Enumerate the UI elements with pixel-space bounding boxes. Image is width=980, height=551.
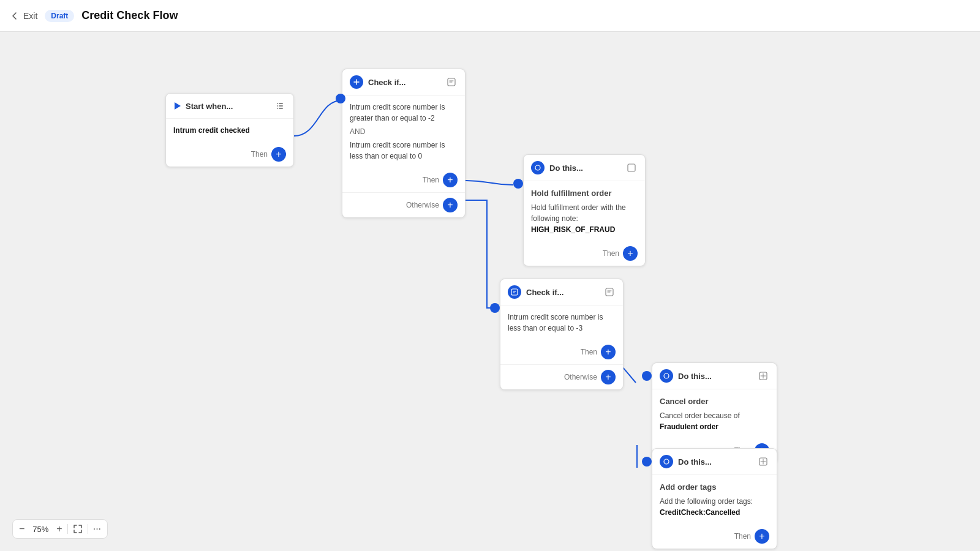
do-this-1-title: Do this... bbox=[549, 163, 620, 173]
do-this-3-action-title: Add order tags bbox=[660, 481, 769, 493]
check-if-2-then-add-button[interactable]: + bbox=[601, 345, 616, 359]
do-this-3-action-value: CreditCheck:Cancelled bbox=[660, 508, 740, 517]
exit-label: Exit bbox=[23, 11, 37, 21]
start-node: Start when... Intrum credit checked Then… bbox=[165, 93, 294, 167]
start-settings-icon[interactable] bbox=[274, 100, 286, 112]
zoom-level: 75% bbox=[29, 525, 51, 534]
do-this-1-icon bbox=[531, 161, 545, 174]
check-if-2-then-footer: Then + bbox=[500, 340, 623, 364]
do-this-3-footer: Then + bbox=[652, 524, 777, 549]
start-then-label: Then bbox=[251, 150, 268, 159]
check-if-2-icon bbox=[508, 285, 521, 299]
check-if-2-body: Intrum credit score number is less than … bbox=[500, 305, 623, 340]
svg-rect-9 bbox=[511, 289, 518, 295]
zoom-in-icon: + bbox=[56, 523, 62, 534]
zoom-out-button[interactable]: − bbox=[19, 523, 24, 534]
check-if-1-otherwise-label: Otherwise bbox=[406, 201, 439, 209]
check-if-2-otherwise-footer: Otherwise + bbox=[500, 364, 623, 389]
dot-check1-check2 bbox=[490, 303, 500, 313]
start-triangle-icon bbox=[173, 102, 181, 110]
do-this-1-body: Hold fulfillment order Hold fulfillment … bbox=[524, 181, 645, 241]
svg-point-11 bbox=[664, 373, 669, 378]
do-this-2-title: Do this... bbox=[678, 372, 752, 381]
check-if-1-otherwise-footer: Otherwise + bbox=[342, 192, 465, 217]
do-this-1-settings-icon[interactable] bbox=[625, 162, 638, 174]
zoom-fit-icon bbox=[73, 524, 83, 534]
do-this-2-icon bbox=[660, 369, 673, 383]
zoom-fit-button[interactable] bbox=[73, 524, 83, 534]
do-this-2-action-desc-prefix: Cancel order because of bbox=[660, 411, 740, 420]
do-this-3-body: Add order tags Add the following order t… bbox=[652, 475, 777, 524]
do-this-1-add-button[interactable]: + bbox=[623, 246, 638, 261]
do-this-1-action-title: Hold fulfillment order bbox=[531, 187, 638, 200]
zoom-out-icon: − bbox=[19, 523, 24, 534]
dot-check2-dothis2 bbox=[642, 371, 652, 381]
do-this-3-node: Do this... Add order tags Add the follow… bbox=[652, 448, 777, 549]
start-condition: Intrum credit checked bbox=[173, 126, 250, 135]
connector-svg bbox=[0, 32, 980, 551]
svg-rect-4 bbox=[279, 105, 283, 107]
check-if-1-then-add-button[interactable]: + bbox=[443, 173, 458, 187]
check-if-1-header: Check if... bbox=[342, 69, 465, 96]
do-this-3-icon bbox=[660, 455, 673, 468]
svg-point-7 bbox=[535, 165, 540, 170]
svg-point-2 bbox=[277, 108, 278, 109]
check-if-1-condition2: Intrum credit score number is less than … bbox=[350, 141, 445, 160]
start-node-footer: Then + bbox=[166, 142, 293, 167]
do-this-1-then-label: Then bbox=[603, 249, 619, 258]
check-if-1-node: Check if... Intrum credit score number i… bbox=[342, 69, 466, 218]
check-if-2-otherwise-label: Otherwise bbox=[564, 373, 597, 381]
svg-rect-3 bbox=[279, 103, 283, 104]
canvas: Start when... Intrum credit checked Then… bbox=[0, 32, 980, 551]
svg-point-0 bbox=[277, 103, 278, 104]
check-if-2-title: Check if... bbox=[526, 288, 598, 297]
check-if-2-node: Check if... Intrum credit score number i… bbox=[500, 279, 624, 390]
check-if-1-then-label: Then bbox=[423, 176, 439, 184]
exit-icon bbox=[10, 11, 20, 21]
do-this-1-action-value: HIGH_RISK_OF_FRAUD bbox=[531, 225, 615, 234]
svg-point-13 bbox=[664, 459, 669, 464]
check-if-1-otherwise-add-button[interactable]: + bbox=[443, 198, 458, 212]
do-this-3-settings-icon[interactable] bbox=[757, 455, 769, 468]
start-node-body: Intrum credit checked bbox=[166, 119, 293, 142]
draft-badge: Draft bbox=[45, 10, 74, 22]
do-this-1-header: Do this... bbox=[524, 155, 645, 181]
check-if-2-condition1: Intrum credit score number is less than … bbox=[508, 313, 603, 332]
exit-button[interactable]: Exit bbox=[10, 11, 37, 21]
header: Exit Draft Credit Check Flow bbox=[0, 0, 980, 32]
zoom-divider bbox=[67, 524, 68, 534]
do-this-2-action-title: Cancel order bbox=[660, 395, 769, 408]
zoom-more-icon: ··· bbox=[93, 523, 101, 534]
do-this-2-body: Cancel order Cancel order because of Fra… bbox=[652, 389, 777, 438]
check-if-1-and: AND bbox=[350, 126, 458, 137]
flow-title: Credit Check Flow bbox=[81, 9, 178, 22]
do-this-1-action-desc: Hold fulfillment order with the followin… bbox=[531, 203, 626, 223]
do-this-2-header: Do this... bbox=[652, 363, 777, 389]
check-if-2-then-label: Then bbox=[581, 348, 597, 356]
do-this-3-action-desc: Add the following order tags: bbox=[660, 497, 753, 506]
start-add-button[interactable]: + bbox=[271, 147, 286, 162]
zoom-divider-2 bbox=[88, 524, 88, 534]
do-this-1-footer: Then + bbox=[524, 241, 645, 266]
svg-point-1 bbox=[277, 105, 278, 107]
zoom-controls: − 75% + ··· bbox=[12, 519, 108, 539]
dot-dothis2-dothis3 bbox=[642, 457, 652, 467]
zoom-in-button[interactable]: + bbox=[56, 523, 62, 534]
do-this-2-action-desc-bold: Fraudulent order bbox=[660, 422, 718, 431]
check-if-1-body: Intrum credit score number is greater th… bbox=[342, 96, 465, 168]
check-if-2-settings-icon[interactable] bbox=[603, 286, 616, 298]
svg-rect-8 bbox=[628, 164, 635, 171]
check-if-1-then-footer: Then + bbox=[342, 168, 465, 192]
svg-rect-5 bbox=[279, 108, 283, 109]
do-this-3-add-button[interactable]: + bbox=[755, 529, 769, 544]
zoom-more-button[interactable]: ··· bbox=[93, 523, 101, 534]
start-node-title: Start when... bbox=[186, 102, 269, 111]
dot-check1-dothis1 bbox=[513, 179, 523, 189]
do-this-2-settings-icon[interactable] bbox=[757, 370, 769, 382]
check-if-2-header: Check if... bbox=[500, 279, 623, 305]
check-if-1-settings-icon[interactable] bbox=[445, 76, 458, 88]
do-this-3-title: Do this... bbox=[678, 457, 752, 467]
check-if-1-icon bbox=[350, 75, 363, 89]
check-if-2-otherwise-add-button[interactable]: + bbox=[601, 370, 616, 384]
dot-start-check1 bbox=[336, 94, 345, 103]
